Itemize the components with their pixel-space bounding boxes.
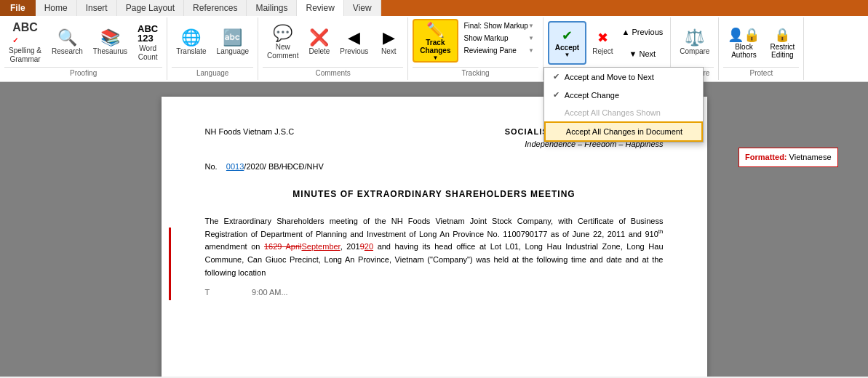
body-paragraph-truncated: T 9:00 AM... — [205, 286, 664, 299]
prev-next-group: ▲ Previous ▼ Next — [619, 21, 666, 65]
inserted-text-1: September — [301, 242, 340, 251]
references-tab[interactable]: References — [184, 0, 247, 16]
comments-label: Comments — [263, 67, 403, 79]
doc-body: The Extraordinary Shareholders meeting o… — [205, 215, 664, 299]
block-authors-button[interactable]: 👤🔒 BlockAuthors — [723, 21, 764, 65]
ribbon: ABC✓ Spelling &Grammar 🔍 Research 📚 Thes… — [0, 16, 868, 82]
word-count-button[interactable]: ABC123 WordCount — [133, 21, 162, 65]
inserted-text-2: 20 — [365, 242, 373, 251]
previous-change-button[interactable]: ▲ Previous — [619, 22, 666, 42]
tracking-label: Tracking — [413, 67, 538, 79]
delete-comment-button[interactable]: ❌ Delete — [304, 21, 334, 65]
mailings-tab[interactable]: Mailings — [247, 0, 297, 16]
next-change-button[interactable]: ▼ Next — [619, 44, 666, 64]
spelling-label: Spelling &Grammar — [9, 47, 41, 64]
accept-dropdown: ✔ Accept and Move to Next ✔ Accept Chang… — [544, 67, 704, 142]
final-show-markup-button[interactable]: Final: Show Markup ▼ — [460, 20, 538, 31]
spelling-grammar-button[interactable]: ABC✓ Spelling &Grammar — [4, 21, 46, 65]
previous-comment-button[interactable]: ◀ Previous — [335, 21, 373, 65]
insert-tab[interactable]: Insert — [77, 0, 117, 16]
deleted-text-1: 1629 April — [264, 242, 301, 251]
compare-button[interactable]: ⚖️ Compare — [675, 21, 714, 65]
tracking-group: ✏️ TrackChanges ▼ Final: Show Markup ▼ S… — [408, 17, 544, 80]
new-comment-button[interactable]: 💬 NewComment — [263, 21, 303, 65]
accept-change-item[interactable]: ✔ Accept Change — [544, 86, 703, 104]
comments-group: 💬 NewComment ❌ Delete ◀ Previous ▶ Next … — [258, 17, 408, 80]
track-changes-button[interactable]: ✏️ TrackChanges ▼ — [413, 19, 458, 63]
protect-label: Protect — [723, 67, 799, 79]
accept-button[interactable]: ✔ Accept ▼ — [548, 21, 586, 65]
formatted-bubble: Formatted: Vietnamese — [738, 148, 837, 167]
reject-button[interactable]: ✖ Reject — [588, 21, 617, 65]
proofing-group: ABC✓ Spelling &Grammar 🔍 Research 📚 Thes… — [0, 17, 167, 80]
accept-all-document-item[interactable]: Accept All Changes in Document — [544, 121, 703, 142]
research-button[interactable]: 🔍 Research — [47, 21, 87, 65]
page-layout-tab[interactable]: Page Layout — [117, 0, 184, 16]
change-bar — [169, 228, 171, 300]
home-tab[interactable]: Home — [36, 0, 77, 16]
restrict-editing-button[interactable]: 🔒 RestrictEditing — [765, 21, 799, 65]
proofing-label: Proofing — [4, 67, 162, 79]
doc-title: MINUTES OF EXTRAORDINARY SHAREHOLDERS ME… — [205, 188, 664, 201]
review-tab[interactable]: Review — [297, 0, 343, 16]
language-button[interactable]: 🔤 Language — [212, 21, 254, 65]
reviewing-pane-button[interactable]: Reviewing Pane ▼ — [460, 45, 538, 56]
show-markup-button[interactable]: Show Markup ▼ — [460, 33, 538, 44]
translate-button[interactable]: 🌐 Translate — [172, 21, 210, 65]
next-comment-button[interactable]: ▶ Next — [374, 21, 403, 65]
body-paragraph-1: The Extraordinary Shareholders meeting o… — [205, 215, 664, 280]
doc-number: No. 0013/2020/ BB/HĐCĐ/NHV — [205, 161, 664, 173]
thesaurus-button[interactable]: 📚 Thesaurus — [89, 21, 132, 65]
language-group: 🌐 Translate 🔤 Language Language — [167, 17, 258, 80]
accept-all-shown-item[interactable]: Accept All Changes Shown — [544, 104, 703, 121]
changes-group: ✔ Accept ▼ ✖ Reject ▲ Previous ▼ Next — [544, 17, 671, 80]
company-name: NH Foods Vietnam J.S.C — [205, 126, 295, 150]
accept-move-to-next-item[interactable]: ✔ Accept and Move to Next — [544, 68, 703, 86]
document-area: Formatted: Vietnamese NH Foods Vietnam J… — [0, 82, 868, 377]
language-label: Language — [172, 67, 253, 79]
view-tab[interactable]: View — [344, 0, 381, 16]
protect-group: 👤🔒 BlockAuthors 🔒 RestrictEditing Protec… — [719, 17, 804, 80]
file-tab[interactable]: File — [0, 0, 36, 16]
doc-no-link[interactable]: 0013 — [226, 162, 244, 171]
